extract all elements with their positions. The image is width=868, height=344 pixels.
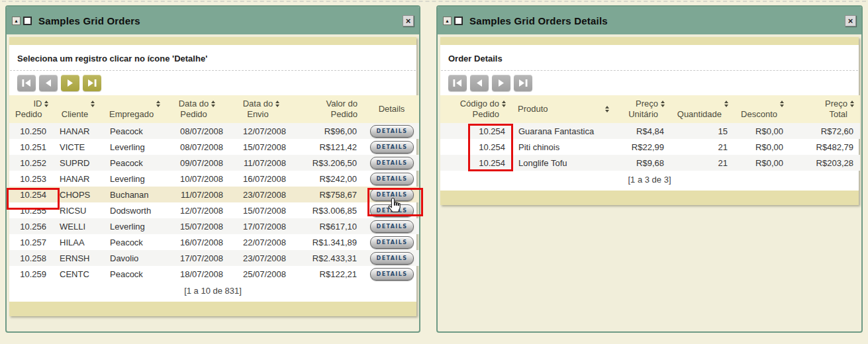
sort-icon[interactable] [661, 101, 665, 107]
cell-desconto: R$0,00 [734, 139, 790, 155]
maximize-icon[interactable] [23, 17, 32, 25]
cell-empregado: Leverling [103, 139, 164, 155]
first-page-button[interactable] [448, 75, 467, 91]
table-row: 10.257HILAAPeacock16/07/200822/07/2008R$… [9, 234, 420, 250]
cell-id: 10.251 [9, 139, 53, 155]
cell-data-envio: 16/07/2008 [230, 171, 293, 187]
details-button[interactable]: DETAILS [370, 157, 414, 169]
last-page-button[interactable] [83, 75, 101, 91]
column-header-codigo[interactable]: Código do Pedido [440, 95, 512, 123]
orders-panel-titlebar: ▲ Samples Grid Orders × [7, 7, 419, 34]
table-row: 10.250HANARPeacock08/07/200812/07/2008R$… [9, 123, 420, 139]
cell-preco-total: R$482,79 [790, 139, 860, 155]
column-header-desconto[interactable]: Desconto [734, 95, 790, 123]
cell-preco-unitario: R$4,84 [615, 123, 671, 139]
cell-data-envio: 25/07/2008 [230, 266, 293, 282]
cell-cliente: HANAR [53, 123, 103, 139]
details-button[interactable]: DETAILS [370, 252, 414, 265]
cell-valor: R$3.206,50 [293, 155, 363, 171]
cell-data-envio: 22/07/2008 [230, 234, 293, 250]
cell-data-pedido: 16/07/2008 [164, 234, 230, 250]
cell-details: DETAILS [363, 139, 420, 155]
column-header-preco-unitario[interactable]: Preço Unitário [615, 95, 671, 123]
close-icon[interactable]: × [845, 15, 856, 26]
cell-data-pedido: 10/07/2008 [164, 171, 230, 187]
orders-table: ID Pedido Cliente EmpregadoData do Pedid… [9, 95, 420, 282]
table-row: 10.254Piti chinoisR$22,9921R$0,00R$482,7… [440, 139, 860, 155]
cell-cliente: WELLI [53, 218, 103, 234]
column-header-id[interactable]: ID Pedido [9, 95, 53, 123]
cell-valor: R$2.433,31 [293, 250, 363, 266]
collapse-icon[interactable]: ▲ [12, 17, 21, 25]
cell-valor: R$96,00 [293, 123, 363, 139]
previous-page-button[interactable] [39, 75, 58, 91]
cell-id: 10.258 [9, 250, 53, 266]
column-header-quantidade[interactable]: Quantidade [671, 95, 734, 123]
cell-id: 10.252 [9, 155, 53, 171]
cell-data-envio: 12/07/2008 [230, 123, 293, 139]
sort-icon[interactable] [605, 106, 609, 112]
details-button[interactable]: DETAILS [370, 141, 414, 153]
cell-cliente: SUPRD [53, 155, 103, 171]
cell-preco-total: R$203,28 [790, 155, 860, 171]
cell-id: 10.256 [9, 218, 53, 234]
orders-table-header-row: ID Pedido Cliente EmpregadoData do Pedid… [9, 95, 420, 123]
cell-details: DETAILS [363, 171, 420, 187]
column-header-empregado[interactable]: Empregado [103, 95, 164, 123]
previous-page-button[interactable] [470, 75, 489, 91]
cell-id: 10.254 [9, 187, 53, 202]
table-row: 10.251VICTELeverling08/07/200815/07/2008… [9, 139, 420, 155]
cell-cliente: HANAR [53, 171, 103, 187]
cell-details: DETAILS [363, 123, 420, 139]
column-label: Details [379, 104, 405, 114]
top-accent-bar [440, 37, 859, 45]
column-label: Preço Unitário [628, 99, 658, 120]
sort-icon[interactable] [44, 101, 48, 107]
cell-codigo: 10.254 [440, 155, 512, 171]
close-icon[interactable]: × [403, 15, 414, 26]
sort-icon[interactable] [91, 101, 95, 107]
sort-icon[interactable] [502, 101, 506, 107]
cell-valor: R$1.341,89 [293, 234, 363, 250]
top-accent-bar [9, 37, 416, 45]
sort-icon[interactable] [780, 101, 784, 107]
details-button[interactable]: DETAILS [370, 173, 414, 185]
first-page-button[interactable] [17, 75, 36, 91]
details-button[interactable]: DETAILS [370, 204, 414, 217]
column-header-data-envio[interactable]: Data do Envio [230, 95, 293, 123]
cell-empregado: Peacock [103, 234, 164, 250]
instruction-text: Seleciona um registro clicar no ícone 'D… [9, 45, 416, 70]
cell-empregado: Peacock [103, 155, 164, 171]
cell-valor: R$242,00 [293, 171, 363, 187]
cell-empregado: Dodsworth [103, 202, 164, 218]
details-button[interactable]: DETAILS [370, 220, 414, 233]
maximize-icon[interactable] [454, 17, 463, 25]
cell-data-pedido: 09/07/2008 [164, 155, 230, 171]
cell-produto: Longlife Tofu [512, 155, 615, 171]
table-row: 10.254CHOPSBuchanan11/07/200823/07/2008R… [9, 187, 420, 202]
next-page-button[interactable] [492, 75, 510, 91]
details-button[interactable]: DETAILS [370, 125, 414, 138]
cell-empregado: Leverling [103, 171, 164, 187]
sort-icon[interactable] [724, 101, 728, 107]
sort-icon[interactable] [156, 101, 160, 107]
column-header-cliente[interactable]: Cliente [53, 95, 103, 123]
column-label: ID Pedido [15, 99, 42, 120]
column-header-data-pedido[interactable]: Data do Pedido [164, 95, 230, 123]
cell-data-envio: 23/07/2008 [230, 187, 293, 202]
collapse-icon[interactable]: ▲ [443, 17, 452, 25]
column-header-produto[interactable]: Produto [512, 95, 615, 123]
last-page-button[interactable] [514, 75, 532, 91]
details-button[interactable]: DETAILS [370, 236, 414, 249]
next-page-button[interactable] [61, 75, 79, 91]
table-row: 10.258ERNSHDavolio17/07/200823/07/2008R$… [9, 250, 420, 266]
cell-valor: R$121,42 [293, 139, 363, 155]
cell-details: DETAILS [363, 234, 420, 250]
sort-icon[interactable] [850, 101, 854, 107]
cell-data-pedido: 17/07/2008 [164, 250, 230, 266]
details-button[interactable]: DETAILS [370, 189, 414, 201]
sort-icon[interactable] [211, 101, 215, 107]
sort-icon[interactable] [275, 101, 279, 107]
details-button[interactable]: DETAILS [370, 268, 414, 280]
column-header-preco-total[interactable]: Preço Total [790, 95, 860, 123]
